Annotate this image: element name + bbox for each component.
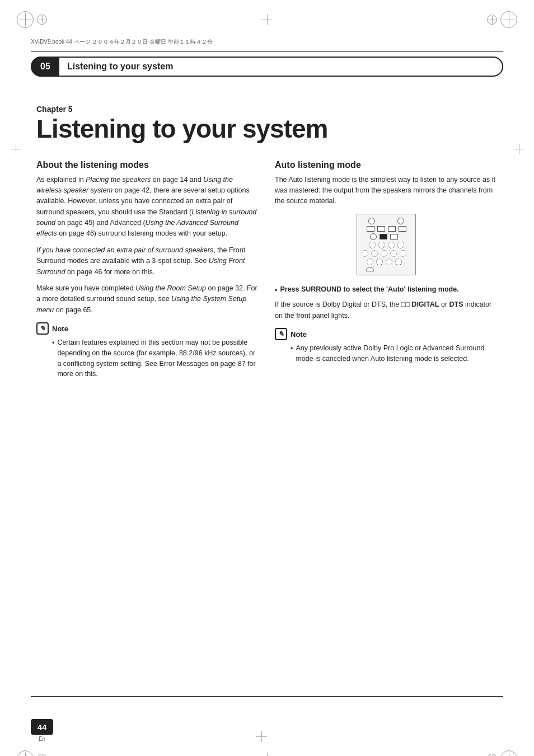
chapter-header-bar: 05 Listening to your system bbox=[31, 57, 503, 77]
top-right-large-circle bbox=[500, 11, 517, 28]
spk-row-5 bbox=[362, 250, 411, 257]
right-bullet-dot: • bbox=[275, 285, 277, 295]
left-note-header: ✎ Note bbox=[36, 322, 259, 335]
top-right-small-circle bbox=[487, 15, 497, 25]
top-right-marks bbox=[487, 11, 517, 28]
spk-r6 bbox=[390, 234, 398, 240]
spk-c11 bbox=[390, 250, 397, 257]
top-left-marks bbox=[17, 11, 47, 28]
right-bullet-bold: Press SURROUND to select the 'Auto' list… bbox=[280, 285, 458, 293]
left-note-content: Certain features explained in this secti… bbox=[57, 337, 259, 379]
two-columns: About the listening modes As explained i… bbox=[36, 160, 498, 383]
left-para-3: Make sure you have completed Using the R… bbox=[36, 283, 259, 316]
print-marks-bottom bbox=[0, 742, 534, 756]
left-note-label: Note bbox=[52, 325, 68, 333]
right-bullet-text: Press SURROUND to select the 'Auto' list… bbox=[280, 284, 458, 295]
bottom-right-marks bbox=[487, 750, 517, 756]
spk-row-6 bbox=[362, 259, 411, 265]
spk-c10 bbox=[381, 250, 387, 257]
right-intro-text: The Auto listening mode is the simplest … bbox=[275, 175, 498, 207]
left-para-2: If you have connected an extra pair of s… bbox=[36, 245, 259, 278]
chapter-label: Chapter 5 bbox=[36, 105, 498, 114]
bottom-right-small-circle bbox=[487, 754, 497, 756]
spk-row-7 bbox=[362, 267, 411, 271]
left-note-icon: ✎ bbox=[36, 322, 49, 335]
right-margin-crosshair bbox=[514, 144, 524, 154]
left-margin-crosshair bbox=[11, 144, 21, 154]
spk-c1 bbox=[368, 218, 375, 224]
spk-c3 bbox=[370, 233, 377, 240]
bottom-area: 44 En bbox=[0, 719, 534, 742]
left-note-text: • Certain features explained in this sec… bbox=[36, 337, 259, 383]
spk-c16 bbox=[395, 259, 402, 265]
right-note-header: ✎ Note bbox=[275, 328, 498, 340]
dd-label: □□ DIGITAL bbox=[401, 300, 439, 308]
spk-row-4 bbox=[362, 242, 411, 248]
right-note-text: • Any previously active Dolby Pro Logic … bbox=[275, 343, 498, 368]
left-margin bbox=[0, 77, 31, 383]
right-section-title: Auto listening mode bbox=[275, 160, 498, 170]
spk-r1 bbox=[367, 226, 374, 232]
bottom-left-large-circle bbox=[17, 750, 34, 756]
spk-c15 bbox=[386, 259, 392, 265]
spk-c12 bbox=[400, 250, 406, 257]
bottom-center-crosshair bbox=[256, 731, 267, 742]
right-note-content: Any previously active Dolby Pro Logic or… bbox=[296, 343, 498, 364]
spk-c13 bbox=[367, 259, 373, 265]
bottom-left-marks bbox=[17, 750, 47, 756]
main-content: Chapter 5 Listening to your system About… bbox=[31, 77, 503, 383]
print-marks-top bbox=[0, 0, 534, 34]
speaker-diagram bbox=[275, 214, 498, 275]
header-line bbox=[31, 51, 503, 52]
spk-c8 bbox=[362, 250, 368, 257]
left-column: About the listening modes As explained i… bbox=[36, 160, 259, 383]
page-lang: En bbox=[39, 736, 45, 742]
file-info: XV-DV9.book 44 ページ ２００４年２月２０日 金曜日 午前１１時４… bbox=[31, 38, 213, 46]
right-note-label: Note bbox=[291, 330, 307, 339]
page-body: Chapter 5 Listening to your system About… bbox=[0, 77, 534, 383]
page-number-stack: 44 En bbox=[31, 719, 53, 742]
top-left-large-circle bbox=[17, 11, 34, 28]
right-note-icon: ✎ bbox=[275, 328, 287, 340]
spk-r5-filled bbox=[380, 234, 387, 240]
top-center-crosshair bbox=[261, 14, 273, 25]
left-para-1: As explained in Placing the speakers on … bbox=[36, 175, 259, 240]
left-note-box: ✎ Note • Certain features explained in t… bbox=[36, 322, 259, 383]
spk-row-3 bbox=[362, 233, 411, 240]
chapter-number-badge: 05 bbox=[31, 57, 59, 77]
chapter-big-title: Listening to your system bbox=[36, 115, 498, 143]
speaker-grid bbox=[357, 214, 416, 275]
spk-c4 bbox=[369, 242, 376, 248]
right-column: Auto listening mode The Auto listening m… bbox=[275, 160, 498, 383]
spk-r3 bbox=[388, 226, 396, 232]
page-number-badge: 44 bbox=[31, 719, 53, 735]
spk-row-1 bbox=[362, 218, 411, 224]
spk-c9 bbox=[371, 250, 378, 257]
bottom-line bbox=[31, 696, 503, 697]
header-meta-row: XV-DV9.book 44 ページ ２００４年２月２０日 金曜日 午前１１時４… bbox=[0, 34, 534, 50]
left-section-title: About the listening modes bbox=[36, 160, 259, 170]
right-margin bbox=[503, 77, 534, 383]
bottom-right-large-circle bbox=[500, 750, 517, 756]
bottom-center-crosshair2 bbox=[261, 753, 273, 756]
spk-c6 bbox=[388, 242, 395, 248]
dts-label: DTS bbox=[449, 300, 463, 308]
spk-c14 bbox=[376, 259, 383, 265]
right-para-2: If the source is Dolby Digital or DTS, t… bbox=[275, 299, 498, 321]
chapter-header-title: Listening to your system bbox=[67, 62, 173, 72]
right-note-bullet: • Any previously active Dolby Pro Logic … bbox=[291, 343, 498, 364]
right-bullet-dot2: • bbox=[291, 344, 293, 364]
page: XV-DV9.book 44 ページ ２００４年２月２０日 金曜日 午前１１時４… bbox=[0, 0, 534, 756]
right-bullet-item: • Press SURROUND to select the 'Auto' li… bbox=[275, 284, 498, 295]
left-bullet-dot: • bbox=[52, 338, 54, 379]
left-note-bullet: • Certain features explained in this sec… bbox=[52, 337, 259, 379]
spk-c7 bbox=[397, 242, 404, 248]
right-note-box: ✎ Note • Any previously active Dolby Pro… bbox=[275, 328, 498, 368]
spk-r2 bbox=[377, 226, 385, 232]
spk-r4 bbox=[399, 226, 406, 232]
spk-c2 bbox=[397, 218, 404, 224]
spk-row-2 bbox=[362, 226, 411, 232]
top-left-small-circle bbox=[37, 15, 47, 25]
spk-c5 bbox=[378, 242, 385, 248]
bottom-left-small-circle bbox=[37, 754, 47, 756]
